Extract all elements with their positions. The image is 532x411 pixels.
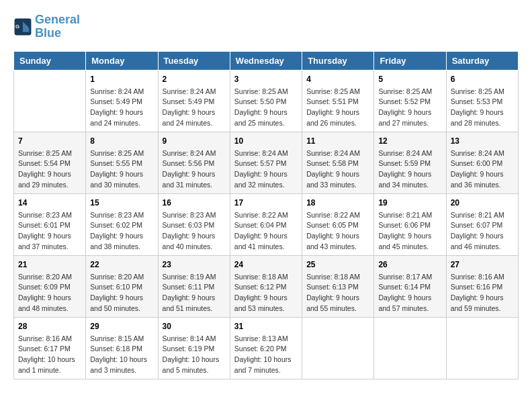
day-cell: 13Sunrise: 8:24 AM Sunset: 6:00 PM Dayli… (446, 132, 518, 193)
day-cell: 22Sunrise: 8:20 AM Sunset: 6:10 PM Dayli… (86, 255, 158, 317)
day-cell: 23Sunrise: 8:19 AM Sunset: 6:11 PM Dayli… (158, 255, 230, 317)
day-number: 23 (163, 259, 226, 271)
day-cell: 15Sunrise: 8:23 AM Sunset: 6:02 PM Dayli… (86, 193, 158, 255)
day-info: Sunrise: 8:21 AM Sunset: 6:06 PM Dayligh… (378, 210, 441, 253)
day-cell: 1Sunrise: 8:24 AM Sunset: 5:49 PM Daylig… (86, 70, 158, 132)
day-number: 7 (18, 135, 81, 147)
day-info: Sunrise: 8:18 AM Sunset: 6:13 PM Dayligh… (306, 272, 369, 314)
day-cell: 28Sunrise: 8:16 AM Sunset: 6:17 PM Dayli… (14, 317, 86, 379)
day-info: Sunrise: 8:16 AM Sunset: 6:17 PM Dayligh… (18, 334, 81, 376)
day-number: 18 (306, 197, 369, 209)
day-number: 16 (163, 197, 226, 209)
day-number: 28 (18, 320, 81, 332)
day-info: Sunrise: 8:25 AM Sunset: 5:54 PM Dayligh… (18, 148, 81, 191)
day-info: Sunrise: 8:24 AM Sunset: 5:56 PM Dayligh… (163, 148, 226, 191)
day-cell: 7Sunrise: 8:25 AM Sunset: 5:54 PM Daylig… (14, 132, 86, 193)
day-info: Sunrise: 8:25 AM Sunset: 5:55 PM Dayligh… (90, 148, 153, 191)
day-info: Sunrise: 8:16 AM Sunset: 6:16 PM Dayligh… (451, 272, 514, 314)
day-info: Sunrise: 8:19 AM Sunset: 6:11 PM Dayligh… (163, 272, 226, 314)
day-number: 20 (451, 197, 514, 209)
day-cell: 19Sunrise: 8:21 AM Sunset: 6:06 PM Dayli… (374, 193, 446, 255)
day-info: Sunrise: 8:24 AM Sunset: 6:00 PM Dayligh… (451, 148, 514, 191)
day-cell: 4Sunrise: 8:25 AM Sunset: 5:51 PM Daylig… (302, 70, 374, 132)
day-cell: 8Sunrise: 8:25 AM Sunset: 5:55 PM Daylig… (86, 132, 158, 193)
day-header-sunday: Sunday (14, 51, 86, 70)
day-cell: 6Sunrise: 8:25 AM Sunset: 5:53 PM Daylig… (446, 70, 518, 132)
day-cell: 21Sunrise: 8:20 AM Sunset: 6:09 PM Dayli… (14, 255, 86, 317)
header-row: SundayMondayTuesdayWednesdayThursdayFrid… (14, 51, 519, 70)
day-info: Sunrise: 8:15 AM Sunset: 6:18 PM Dayligh… (90, 334, 153, 376)
day-number: 1 (90, 73, 153, 85)
day-number: 19 (378, 197, 441, 209)
week-row-2: 7Sunrise: 8:25 AM Sunset: 5:54 PM Daylig… (14, 132, 519, 193)
day-number: 13 (451, 135, 514, 147)
day-cell: 27Sunrise: 8:16 AM Sunset: 6:16 PM Dayli… (446, 255, 518, 317)
day-header-wednesday: Wednesday (230, 51, 302, 70)
day-info: Sunrise: 8:23 AM Sunset: 6:01 PM Dayligh… (18, 210, 81, 253)
day-cell: 5Sunrise: 8:25 AM Sunset: 5:52 PM Daylig… (374, 70, 446, 132)
svg-text:G: G (15, 23, 19, 29)
day-number: 4 (306, 73, 369, 85)
day-info: Sunrise: 8:25 AM Sunset: 5:50 PM Dayligh… (234, 87, 298, 129)
day-info: Sunrise: 8:21 AM Sunset: 6:07 PM Dayligh… (451, 210, 514, 253)
week-row-4: 21Sunrise: 8:20 AM Sunset: 6:09 PM Dayli… (14, 255, 519, 317)
day-number: 24 (234, 259, 298, 271)
day-info: Sunrise: 8:24 AM Sunset: 5:49 PM Dayligh… (163, 87, 226, 129)
day-header-friday: Friday (374, 51, 446, 70)
day-cell: 24Sunrise: 8:18 AM Sunset: 6:12 PM Dayli… (230, 255, 302, 317)
day-number: 5 (378, 73, 441, 85)
day-cell: 16Sunrise: 8:23 AM Sunset: 6:03 PM Dayli… (158, 193, 230, 255)
day-number: 10 (234, 135, 298, 147)
day-info: Sunrise: 8:13 AM Sunset: 6:20 PM Dayligh… (234, 334, 298, 376)
day-info: Sunrise: 8:14 AM Sunset: 6:19 PM Dayligh… (163, 334, 226, 376)
day-number: 6 (451, 73, 514, 85)
day-info: Sunrise: 8:24 AM Sunset: 5:58 PM Dayligh… (306, 148, 369, 191)
day-number: 11 (306, 135, 369, 147)
day-number: 29 (90, 320, 153, 332)
day-info: Sunrise: 8:22 AM Sunset: 6:05 PM Dayligh… (306, 210, 369, 253)
day-cell: 26Sunrise: 8:17 AM Sunset: 6:14 PM Dayli… (374, 255, 446, 317)
day-info: Sunrise: 8:24 AM Sunset: 5:57 PM Dayligh… (234, 148, 298, 191)
day-number: 17 (234, 197, 298, 209)
day-info: Sunrise: 8:24 AM Sunset: 5:59 PM Dayligh… (378, 148, 441, 191)
day-cell: 3Sunrise: 8:25 AM Sunset: 5:50 PM Daylig… (230, 70, 302, 132)
day-number: 31 (234, 320, 298, 332)
page-header: G General Blue (13, 13, 519, 40)
day-info: Sunrise: 8:22 AM Sunset: 6:04 PM Dayligh… (234, 210, 298, 253)
logo: G General Blue (13, 13, 80, 40)
day-info: Sunrise: 8:23 AM Sunset: 6:03 PM Dayligh… (163, 210, 226, 253)
day-header-tuesday: Tuesday (158, 51, 230, 70)
day-info: Sunrise: 8:17 AM Sunset: 6:14 PM Dayligh… (378, 272, 441, 314)
day-cell: 30Sunrise: 8:14 AM Sunset: 6:19 PM Dayli… (158, 317, 230, 379)
day-info: Sunrise: 8:20 AM Sunset: 6:09 PM Dayligh… (18, 272, 81, 314)
day-cell: 12Sunrise: 8:24 AM Sunset: 5:59 PM Dayli… (374, 132, 446, 193)
day-info: Sunrise: 8:25 AM Sunset: 5:51 PM Dayligh… (306, 87, 369, 129)
day-info: Sunrise: 8:20 AM Sunset: 6:10 PM Dayligh… (90, 272, 153, 314)
day-header-saturday: Saturday (446, 51, 518, 70)
day-cell: 20Sunrise: 8:21 AM Sunset: 6:07 PM Dayli… (446, 193, 518, 255)
day-number: 14 (18, 197, 81, 209)
day-cell: 10Sunrise: 8:24 AM Sunset: 5:57 PM Dayli… (230, 132, 302, 193)
day-number: 30 (163, 320, 226, 332)
week-row-1: 1Sunrise: 8:24 AM Sunset: 5:49 PM Daylig… (14, 70, 519, 132)
day-cell: 29Sunrise: 8:15 AM Sunset: 6:18 PM Dayli… (86, 317, 158, 379)
day-cell: 18Sunrise: 8:22 AM Sunset: 6:05 PM Dayli… (302, 193, 374, 255)
day-info: Sunrise: 8:18 AM Sunset: 6:12 PM Dayligh… (234, 272, 298, 314)
day-cell (446, 317, 518, 379)
day-cell: 14Sunrise: 8:23 AM Sunset: 6:01 PM Dayli… (14, 193, 86, 255)
week-row-5: 28Sunrise: 8:16 AM Sunset: 6:17 PM Dayli… (14, 317, 519, 379)
day-number: 22 (90, 259, 153, 271)
day-cell: 17Sunrise: 8:22 AM Sunset: 6:04 PM Dayli… (230, 193, 302, 255)
day-number: 8 (90, 135, 153, 147)
day-info: Sunrise: 8:23 AM Sunset: 6:02 PM Dayligh… (90, 210, 153, 253)
day-info: Sunrise: 8:25 AM Sunset: 5:52 PM Dayligh… (378, 87, 441, 129)
day-number: 21 (18, 259, 81, 271)
day-cell (14, 70, 86, 132)
day-cell (302, 317, 374, 379)
day-number: 15 (90, 197, 153, 209)
day-cell: 25Sunrise: 8:18 AM Sunset: 6:13 PM Dayli… (302, 255, 374, 317)
day-cell: 9Sunrise: 8:24 AM Sunset: 5:56 PM Daylig… (158, 132, 230, 193)
day-header-thursday: Thursday (302, 51, 374, 70)
day-cell: 11Sunrise: 8:24 AM Sunset: 5:58 PM Dayli… (302, 132, 374, 193)
day-header-monday: Monday (86, 51, 158, 70)
